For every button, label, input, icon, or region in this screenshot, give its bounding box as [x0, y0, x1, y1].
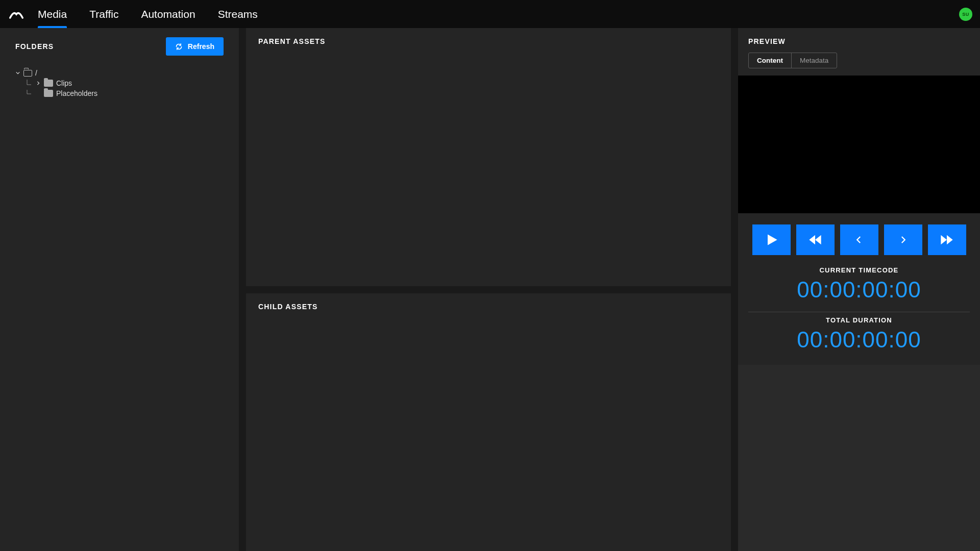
tree-connector-end-icon — [26, 90, 33, 97]
folder-clips[interactable]: Clips — [26, 78, 224, 88]
nav-tabs: Media Traffic Automation Streams — [38, 0, 258, 28]
current-timecode-label: CURRENT TIMECODE — [748, 266, 970, 274]
chevron-right-icon — [898, 235, 908, 244]
folders-panel: FOLDERS Refresh / — [0, 28, 239, 551]
folder-placeholders[interactable]: Placeholders — [26, 88, 224, 98]
rewind-icon — [808, 233, 822, 247]
preview-tab-content[interactable]: Content — [749, 53, 791, 68]
folder-icon — [44, 90, 53, 97]
folder-icon — [44, 80, 53, 87]
video-preview[interactable] — [738, 76, 980, 213]
caret-right-icon[interactable] — [36, 81, 41, 86]
nav-tab-automation[interactable]: Automation — [141, 0, 195, 28]
play-icon — [764, 233, 778, 247]
fast-forward-icon — [940, 233, 954, 247]
center-column: PARENT ASSETS CHILD ASSETS — [246, 28, 731, 551]
refresh-icon — [175, 43, 183, 51]
folder-root-label: / — [35, 69, 37, 77]
refresh-label: Refresh — [188, 42, 214, 51]
play-button[interactable] — [752, 224, 791, 255]
refresh-button[interactable]: Refresh — [166, 37, 224, 56]
nav-tab-media[interactable]: Media — [38, 0, 67, 28]
timecode-divider — [748, 312, 970, 312]
folder-placeholders-label: Placeholders — [56, 89, 97, 97]
preview-tab-group: Content Metadata — [748, 53, 837, 68]
preview-tab-metadata[interactable]: Metadata — [791, 53, 837, 68]
step-forward-button[interactable] — [884, 224, 922, 255]
nav-tab-traffic[interactable]: Traffic — [89, 0, 118, 28]
folder-open-icon — [23, 70, 32, 77]
caret-down-icon[interactable] — [15, 70, 20, 76]
preview-empty-area — [738, 365, 980, 551]
total-duration-block: TOTAL DURATION 00:00:00:00 — [738, 314, 980, 360]
user-avatar[interactable]: SU — [959, 8, 972, 21]
main-layout: FOLDERS Refresh / — [0, 28, 980, 551]
rewind-button[interactable] — [796, 224, 835, 255]
total-duration-label: TOTAL DURATION — [748, 316, 970, 324]
folder-tree: / Clips — [15, 68, 224, 98]
parent-assets-panel: PARENT ASSETS — [246, 28, 731, 286]
app-logo[interactable] — [9, 7, 23, 21]
child-assets-panel: CHILD ASSETS — [246, 293, 731, 552]
current-timecode-value: 00:00:00:00 — [748, 277, 970, 303]
total-duration-value: 00:00:00:00 — [748, 327, 970, 353]
folder-root[interactable]: / — [15, 68, 224, 78]
step-back-button[interactable] — [840, 224, 878, 255]
preview-panel: PREVIEW Content Metadata — [738, 28, 980, 551]
fast-forward-button[interactable] — [928, 224, 966, 255]
preview-title: PREVIEW — [748, 37, 970, 45]
child-assets-title: CHILD ASSETS — [258, 303, 719, 311]
chevron-left-icon — [854, 235, 864, 244]
nav-tab-streams[interactable]: Streams — [218, 0, 258, 28]
folders-title: FOLDERS — [15, 42, 54, 51]
top-nav: Media Traffic Automation Streams SU — [0, 0, 980, 28]
tree-connector-icon — [26, 80, 33, 87]
folder-clips-label: Clips — [56, 79, 72, 87]
parent-assets-title: PARENT ASSETS — [258, 37, 719, 45]
current-timecode-block: CURRENT TIMECODE 00:00:00:00 — [738, 264, 980, 310]
transport-controls — [738, 213, 980, 264]
